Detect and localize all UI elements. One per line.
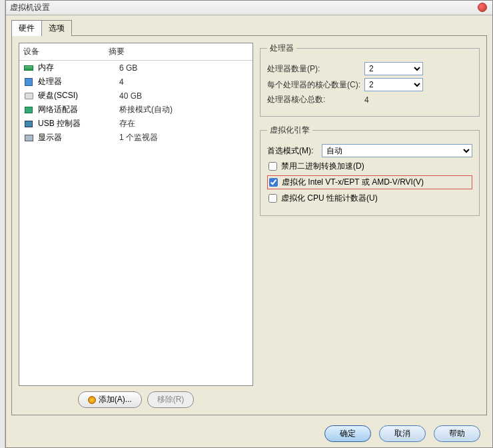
app-sidebar-stub <box>0 0 5 448</box>
add-button-label: 添加(A)... <box>99 394 132 405</box>
device-buttons: 添加(A)... 移除(R) <box>19 391 253 408</box>
add-button[interactable]: 添加(A)... <box>78 391 142 408</box>
proc-count-label: 处理器数量(P): <box>267 63 360 75</box>
virtualization-group: 虚拟化引擎 首选模式(M): 自动 禁用二进制转换加速(D) 虚拟化 Intel… <box>260 125 480 216</box>
chk-perf-label: 虚拟化 CPU 性能计数器(U) <box>281 193 378 204</box>
device-list: 设备 摘要 内存6 GB处理器4硬盘(SCSI)40 GB网络适配器桥接模式(自… <box>19 43 253 386</box>
device-row-usb[interactable]: USB 控制器存在 <box>19 117 252 131</box>
col-header-device: 设备 <box>23 46 109 57</box>
device-list-header: 设备 摘要 <box>19 43 252 61</box>
chk-perf-counters[interactable]: 虚拟化 CPU 性能计数器(U) <box>267 192 472 205</box>
device-summary: 桥接模式(自动) <box>119 104 248 115</box>
display-icon <box>23 134 34 142</box>
chk-disable-binary-label: 禁用二进制转换加速(D) <box>281 161 364 172</box>
cores-select[interactable]: 2 <box>364 78 423 91</box>
device-row-mem[interactable]: 内存6 GB <box>19 61 252 75</box>
help-button[interactable]: 帮助 <box>434 425 480 442</box>
close-icon[interactable] <box>478 3 487 12</box>
device-name: 内存 <box>38 62 119 73</box>
remove-button-label: 移除(R) <box>157 394 185 405</box>
chk-vtx-label: 虚拟化 Intel VT-x/EPT 或 AMD-V/RVI(V) <box>282 177 424 188</box>
settings-dialog: 虚拟机设置 硬件 选项 设备 摘要 内存6 GB处理器4硬盘(SCSI)40 G… <box>5 0 493 448</box>
cores-label: 每个处理器的核心数量(C): <box>267 79 360 91</box>
virt-legend: 虚拟化引擎 <box>267 125 312 136</box>
chk-disable-binary[interactable]: 禁用二进制转换加速(D) <box>267 160 472 173</box>
cpu-icon <box>23 78 34 86</box>
total-value: 4 <box>364 95 369 105</box>
cancel-button[interactable]: 取消 <box>379 425 426 442</box>
device-name: 硬盘(SCSI) <box>38 90 119 101</box>
device-name: 显示器 <box>38 132 119 143</box>
device-name: 处理器 <box>38 76 119 87</box>
processor-group: 处理器 处理器数量(P): 2 每个处理器的核心数量(C): 2 处理器核心总数… <box>260 43 480 117</box>
device-summary: 4 <box>119 77 248 87</box>
col-header-summary: 摘要 <box>109 46 248 57</box>
device-summary: 1 个监视器 <box>119 132 248 143</box>
device-summary: 存在 <box>119 118 248 129</box>
usb-icon <box>23 120 34 128</box>
right-column: 处理器 处理器数量(P): 2 每个处理器的核心数量(C): 2 处理器核心总数… <box>260 43 480 408</box>
chk-perf-box[interactable] <box>268 194 277 203</box>
chk-disable-binary-box[interactable] <box>268 162 277 171</box>
disk-icon <box>23 92 34 100</box>
ok-button[interactable]: 确定 <box>324 425 371 442</box>
chk-vtx[interactable]: 虚拟化 Intel VT-x/EPT 或 AMD-V/RVI(V) <box>267 175 472 189</box>
device-name: 网络适配器 <box>38 104 119 115</box>
proc-count-select[interactable]: 2 <box>364 62 423 75</box>
titlebar: 虚拟机设置 <box>6 1 492 15</box>
processor-legend: 处理器 <box>267 43 296 54</box>
total-label: 处理器核心总数: <box>267 94 360 105</box>
mem-icon <box>23 64 34 72</box>
shield-icon <box>88 396 96 404</box>
tab-panel: 设备 摘要 内存6 GB处理器4硬盘(SCSI)40 GB网络适配器桥接模式(自… <box>11 35 487 415</box>
dialog-button-bar: 确定 取消 帮助 <box>6 419 492 447</box>
device-summary: 40 GB <box>119 91 248 101</box>
device-row-display[interactable]: 显示器1 个监视器 <box>19 131 252 145</box>
pref-mode-label: 首选模式(M): <box>267 145 318 157</box>
tab-options[interactable]: 选项 <box>41 20 72 36</box>
window-title: 虚拟机设置 <box>10 2 50 13</box>
device-name: USB 控制器 <box>38 118 119 129</box>
pref-mode-select[interactable]: 自动 <box>322 144 472 157</box>
device-row-cpu[interactable]: 处理器4 <box>19 75 252 89</box>
device-summary: 6 GB <box>119 63 248 73</box>
tab-bar: 硬件 选项 <box>6 15 492 35</box>
device-row-net[interactable]: 网络适配器桥接模式(自动) <box>19 103 252 117</box>
chk-vtx-box[interactable] <box>269 178 278 187</box>
left-column: 设备 摘要 内存6 GB处理器4硬盘(SCSI)40 GB网络适配器桥接模式(自… <box>19 43 253 408</box>
net-icon <box>23 106 34 114</box>
device-row-disk[interactable]: 硬盘(SCSI)40 GB <box>19 89 252 103</box>
remove-button: 移除(R) <box>147 391 195 408</box>
tab-hardware[interactable]: 硬件 <box>11 20 42 36</box>
